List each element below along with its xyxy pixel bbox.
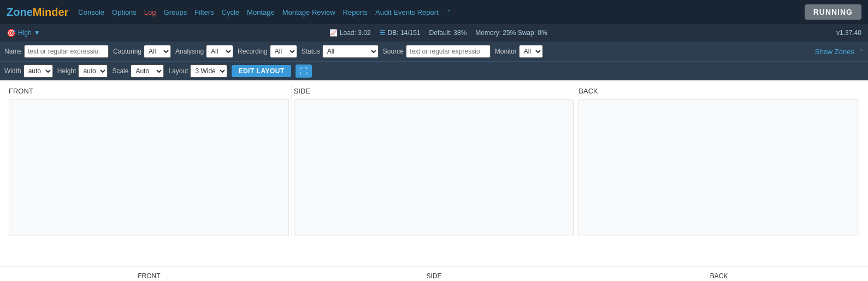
default-value: Default: 38% (429, 29, 467, 37)
monitor-footer-back: BACK State:Connected fps fps fps (576, 270, 861, 281)
filter-source-label: Source (383, 48, 404, 55)
nav-montage-review[interactable]: Montage Review (282, 8, 335, 16)
nav-montage[interactable]: Montage (247, 8, 275, 16)
db-icon: ☰ (380, 29, 386, 37)
brand: ZoneMinder (7, 6, 68, 19)
filter-monitor-label: Monitor (495, 48, 517, 55)
edit-layout-button[interactable]: EDIT LAYOUT (232, 65, 291, 77)
height-label: Height (57, 67, 76, 75)
brand-minder: Minder (33, 6, 69, 18)
monitor-area-side (294, 99, 574, 236)
filterbar: Name Capturing All Yes No Analysing All … (0, 42, 868, 61)
width-select[interactable]: auto 100 200 (23, 65, 53, 78)
nav-options[interactable]: Options (112, 8, 137, 16)
filter-recording-select[interactable]: All Yes No (270, 45, 297, 58)
monitor-footer-side: SIDE State:Connected fps fps fps (292, 270, 577, 281)
monitor-group-label-back: BACK (578, 85, 859, 99)
filter-status-label: Status (302, 48, 320, 55)
monitor-area-back (578, 99, 859, 236)
main-content: FRONT SIDE BACK (0, 80, 868, 266)
version: v1.37.40 (836, 29, 861, 37)
fullscreen-button[interactable]: ⛶ (296, 65, 312, 78)
monitor-column-back: BACK (576, 85, 861, 236)
scale-select[interactable]: Auto 25% 50% 75% 100% (131, 65, 164, 78)
filter-status-group: Status All Connected Disconnected (302, 45, 379, 58)
nav-more-icon[interactable]: ⌃ (446, 9, 451, 16)
monitor-footer-front: FRONT State:Connected fps fps fps (7, 270, 292, 281)
nav-cycle[interactable]: Cycle (222, 8, 240, 16)
db-item: ☰ DB: 14/151 (380, 29, 421, 37)
monitor-footer-name-side: SIDE (292, 272, 577, 280)
monitor-group-label-front: FRONT (9, 85, 289, 99)
height-group: Height auto 100 200 (57, 65, 108, 78)
navbar: ZoneMinder Console Options Log Groups Fi… (0, 0, 868, 24)
monitor-column-front: FRONT (7, 85, 292, 236)
monitor-area-front (9, 99, 289, 236)
monitor-group-label-side: SIDE (294, 85, 574, 99)
monitor-footer-name-back: BACK (576, 272, 861, 280)
nav-console[interactable]: Console (78, 8, 104, 16)
statusbar: 🎯 High ▼ 📈 Load: 3.02 ☰ DB: 14/151 Defau… (0, 24, 868, 42)
load-icon: 📈 (329, 29, 338, 37)
filter-name-input[interactable] (24, 45, 109, 58)
monitor-column-side: SIDE (292, 85, 577, 236)
width-group: Width auto 100 200 (4, 65, 53, 78)
filter-analysing-group: Analysing All Yes No (175, 45, 233, 58)
filter-capturing-label: Capturing (113, 48, 141, 55)
layout-select[interactable]: 1 Wide 2 Wide 3 Wide 4 Wide 5 Wide (190, 65, 227, 78)
filter-source-input[interactable] (406, 45, 491, 58)
high-dropdown-icon[interactable]: ▼ (34, 29, 40, 37)
filter-monitor-select[interactable]: All (519, 45, 543, 58)
monitor-footers: FRONT State:Connected fps fps fps SIDE S… (0, 266, 868, 281)
nav-groups[interactable]: Groups (164, 8, 187, 16)
brand-zone: Zone (7, 6, 33, 18)
show-zones-link[interactable]: Show Zones (815, 48, 854, 56)
layout-label: Layout (168, 67, 188, 75)
monitor-grid: FRONT SIDE BACK (7, 85, 861, 236)
filter-name-group: Name (4, 45, 109, 58)
filter-name-label: Name (4, 48, 22, 55)
filter-monitor-group: Monitor All (495, 45, 543, 58)
high-icon: 🎯 (7, 28, 16, 37)
filter-analysing-select[interactable]: All Yes No (206, 45, 233, 58)
navbar-left: ZoneMinder Console Options Log Groups Fi… (7, 6, 451, 19)
layout-group: Layout 1 Wide 2 Wide 3 Wide 4 Wide 5 Wid… (168, 65, 227, 78)
chevron-up-icon[interactable]: ⌃ (859, 48, 864, 55)
statusbar-left: 🎯 High ▼ (7, 28, 40, 37)
scale-label: Scale (112, 67, 128, 75)
filter-recording-group: Recording All Yes No (238, 45, 297, 58)
nav-filters[interactable]: Filters (194, 8, 214, 16)
nav-reports[interactable]: Reports (343, 8, 368, 16)
filter-analysing-label: Analysing (175, 48, 204, 55)
memory-value: Memory: 25% Swap: 0% (475, 29, 547, 37)
controls-bar: Width auto 100 200 Height auto 100 200 S… (0, 61, 868, 80)
statusbar-center: 📈 Load: 3.02 ☰ DB: 14/151 Default: 38% M… (329, 29, 547, 37)
filter-status-select[interactable]: All Connected Disconnected (322, 45, 379, 58)
nav-links: Console Options Log Groups Filters Cycle… (78, 8, 451, 16)
scale-group: Scale Auto 25% 50% 75% 100% (112, 65, 164, 78)
width-label: Width (4, 67, 21, 75)
load-value: Load: 3.02 (340, 29, 371, 37)
db-value: DB: 14/151 (388, 29, 421, 37)
filter-source-group: Source (383, 45, 491, 58)
filter-capturing-select[interactable]: All Yes No (144, 45, 171, 58)
nav-log[interactable]: Log (144, 8, 156, 16)
filter-recording-label: Recording (238, 48, 268, 55)
nav-audit-events[interactable]: Audit Events Report (375, 8, 439, 16)
load-item: 📈 Load: 3.02 (329, 29, 371, 37)
monitor-footer-name-front: FRONT (7, 272, 292, 280)
height-select[interactable]: auto 100 200 (78, 65, 108, 78)
status-high[interactable]: High (18, 29, 32, 37)
running-badge: RUNNING (805, 4, 861, 20)
filter-capturing-group: Capturing All Yes No (113, 45, 171, 58)
